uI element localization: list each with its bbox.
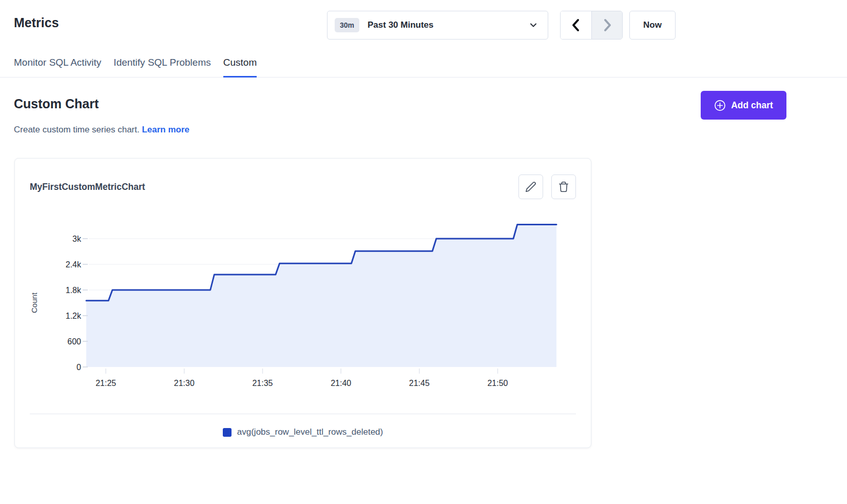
trash-icon [558, 181, 569, 192]
custom-chart-card: MyFirstCustomMetricChart 06001.2k1.8k2.4… [14, 158, 591, 448]
time-range-picker[interactable]: 30m Past 30 Minutes [327, 11, 548, 40]
chart-actions [518, 175, 576, 199]
svg-text:21:45: 21:45 [409, 379, 430, 387]
svg-text:21:50: 21:50 [487, 379, 508, 387]
time-range-badge: 30m [335, 18, 359, 32]
svg-text:0: 0 [76, 363, 81, 372]
page-title: Metrics [14, 15, 59, 30]
time-back-button[interactable] [561, 11, 591, 39]
legend-swatch [223, 428, 232, 437]
tab-custom[interactable]: Custom [223, 57, 257, 77]
edit-chart-button[interactable] [518, 175, 543, 199]
svg-text:1.2k: 1.2k [66, 312, 82, 320]
time-nav-group [560, 11, 623, 40]
svg-text:21:25: 21:25 [95, 379, 116, 387]
chevron-left-icon [571, 18, 581, 32]
chart-card-header: MyFirstCustomMetricChart [30, 175, 576, 199]
svg-text:Count: Count [30, 292, 38, 313]
chart-legend: avg(jobs_row_level_ttl_rows_deleted) [15, 427, 591, 437]
card-divider [30, 414, 576, 414]
pencil-icon [525, 181, 536, 192]
chevron-right-icon [602, 18, 612, 32]
time-range-label: Past 30 Minutes [368, 20, 529, 30]
svg-text:21:35: 21:35 [252, 379, 273, 387]
section-description-text: Create custom time series chart. [14, 125, 140, 134]
legend-label: avg(jobs_row_level_ttl_rows_deleted) [237, 427, 383, 437]
svg-text:3k: 3k [72, 235, 82, 243]
plus-circle-icon [714, 100, 726, 111]
now-button[interactable]: Now [629, 11, 676, 40]
section-description: Create custom time series chart. Learn m… [14, 125, 189, 135]
svg-text:1.8k: 1.8k [66, 286, 82, 295]
tab-bar: Monitor SQL Activity Identify SQL Proble… [0, 50, 847, 77]
tab-identify-sql-problems[interactable]: Identify SQL Problems [113, 57, 210, 77]
tab-monitor-sql-activity[interactable]: Monitor SQL Activity [14, 57, 101, 77]
chevron-down-icon [529, 21, 537, 29]
svg-text:21:30: 21:30 [174, 379, 195, 387]
metrics-page: Metrics 30m Past 30 Minutes Now Monitor … [0, 0, 847, 504]
add-chart-label: Add chart [731, 100, 773, 111]
chart-title: MyFirstCustomMetricChart [30, 182, 145, 192]
svg-text:2.4k: 2.4k [66, 260, 82, 269]
delete-chart-button[interactable] [551, 175, 576, 199]
section-title: Custom Chart [14, 96, 99, 111]
svg-text:600: 600 [67, 337, 81, 346]
learn-more-link[interactable]: Learn more [142, 125, 189, 134]
custom-chart-canvas: 06001.2k1.8k2.4k3k21:2521:3021:3521:4021… [30, 216, 577, 396]
time-forward-button[interactable] [591, 11, 622, 39]
svg-text:21:40: 21:40 [331, 379, 351, 387]
add-chart-button[interactable]: Add chart [701, 91, 786, 120]
